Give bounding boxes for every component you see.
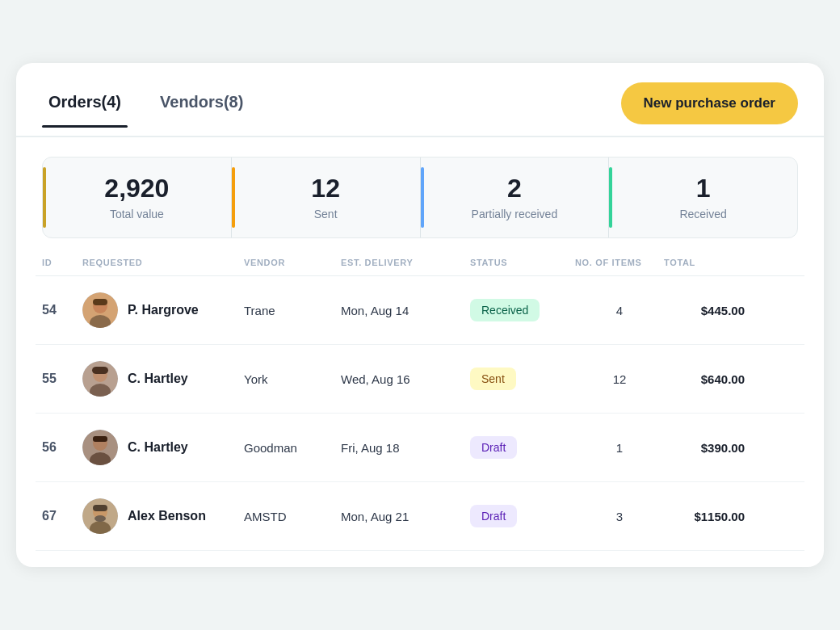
total-value-label: Total value <box>110 208 164 220</box>
svg-rect-15 <box>93 505 107 511</box>
received-number: 1 <box>628 174 778 204</box>
order-person: P. Hargrove <box>82 292 244 328</box>
person-name: C. Hartley <box>128 372 188 386</box>
order-total: $390.00 <box>664 441 745 455</box>
order-id: 55 <box>42 372 82 386</box>
accent-bar-partial <box>421 167 424 228</box>
person-name: C. Hartley <box>128 440 188 455</box>
tab-vendors[interactable]: Vendors(8) <box>153 93 250 126</box>
accent-bar-sent <box>232 167 235 228</box>
col-header-requested: REQUESTED <box>82 258 244 267</box>
sent-label: Sent <box>314 208 338 220</box>
svg-rect-7 <box>92 367 108 374</box>
order-status: Draft <box>470 436 575 459</box>
order-items: 12 <box>575 372 664 386</box>
table-row[interactable]: 54 P. Hargrove Trane Mon, Aug 14 Receive… <box>36 276 804 345</box>
status-badge: Sent <box>470 368 516 390</box>
col-header-id: ID <box>42 258 82 267</box>
order-items: 4 <box>575 304 664 317</box>
order-total: $445.00 <box>664 304 745 317</box>
order-total: $640.00 <box>664 372 745 386</box>
col-header-status: STATUS <box>470 258 575 267</box>
order-vendor: York <box>244 372 341 386</box>
avatar <box>82 498 118 534</box>
summary-row: 2,920 Total value 12 Sent 2 Partially re… <box>42 157 798 238</box>
order-id: 67 <box>42 509 82 523</box>
avatar <box>82 361 118 397</box>
order-id: 54 <box>42 303 82 317</box>
summary-total-value: 2,920 Total value <box>43 158 232 237</box>
summary-received: 1 Received <box>609 158 797 237</box>
orders-table: ID REQUESTED VENDOR EST. DELIVERY STATUS… <box>16 258 824 551</box>
order-total: $1150.00 <box>664 510 745 523</box>
order-delivery: Mon, Aug 21 <box>341 510 470 523</box>
accent-bar-received <box>609 167 612 228</box>
table-body: 54 P. Hargrove Trane Mon, Aug 14 Receive… <box>36 276 804 551</box>
table-row[interactable]: 56 C. Hartley Goodman Fri, Aug 18 Draft … <box>36 414 804 482</box>
order-vendor: AMSTD <box>244 510 341 523</box>
table-row[interactable]: 55 C. Hartley York Wed, Aug 16 Sent 12 $… <box>36 345 804 414</box>
avatar <box>82 430 118 465</box>
svg-rect-11 <box>93 436 107 442</box>
partially-received-number: 2 <box>440 174 590 204</box>
order-delivery: Fri, Aug 18 <box>341 441 470 455</box>
avatar <box>82 292 118 328</box>
person-name: P. Hargrove <box>128 303 199 317</box>
sent-number: 12 <box>251 174 401 204</box>
accent-bar-total <box>43 167 46 228</box>
partially-received-label: Partially received <box>472 208 558 220</box>
order-id: 56 <box>42 440 82 455</box>
table-row[interactable]: 67 Alex Benson AMSTD Mon, Aug 21 Draft 3… <box>36 482 804 551</box>
col-header-delivery: EST. DELIVERY <box>341 258 470 267</box>
tab-orders[interactable]: Orders(4) <box>42 93 128 126</box>
col-header-items: NO. OF ITEMS <box>575 258 664 267</box>
order-items: 1 <box>575 441 664 455</box>
status-badge: Received <box>470 299 540 321</box>
status-badge: Draft <box>470 436 517 459</box>
svg-point-16 <box>94 515 106 522</box>
order-status: Received <box>470 299 575 321</box>
table-header: ID REQUESTED VENDOR EST. DELIVERY STATUS… <box>36 258 804 276</box>
order-status: Sent <box>470 368 575 390</box>
order-person: C. Hartley <box>82 430 244 465</box>
order-vendor: Goodman <box>244 441 341 455</box>
order-items: 3 <box>575 510 664 523</box>
total-value-number: 2,920 <box>62 174 212 204</box>
new-purchase-order-button[interactable]: New purchase order <box>621 82 798 124</box>
order-delivery: Mon, Aug 14 <box>341 304 470 317</box>
order-person: Alex Benson <box>82 498 244 534</box>
received-label: Received <box>679 208 726 220</box>
col-header-total: TOTAL <box>664 258 745 267</box>
main-card: Orders(4) Vendors(8) New purchase order … <box>16 63 824 567</box>
col-header-vendor: VENDOR <box>244 258 341 267</box>
order-delivery: Wed, Aug 16 <box>341 372 470 386</box>
summary-partially-received: 2 Partially received <box>421 158 610 237</box>
summary-sent: 12 Sent <box>232 158 421 237</box>
order-status: Draft <box>470 505 575 527</box>
order-person: C. Hartley <box>82 361 244 397</box>
svg-rect-3 <box>93 299 107 305</box>
tabs-row: Orders(4) Vendors(8) New purchase order <box>16 63 824 137</box>
status-badge: Draft <box>470 505 517 527</box>
order-vendor: Trane <box>244 304 341 317</box>
person-name: Alex Benson <box>128 509 206 523</box>
